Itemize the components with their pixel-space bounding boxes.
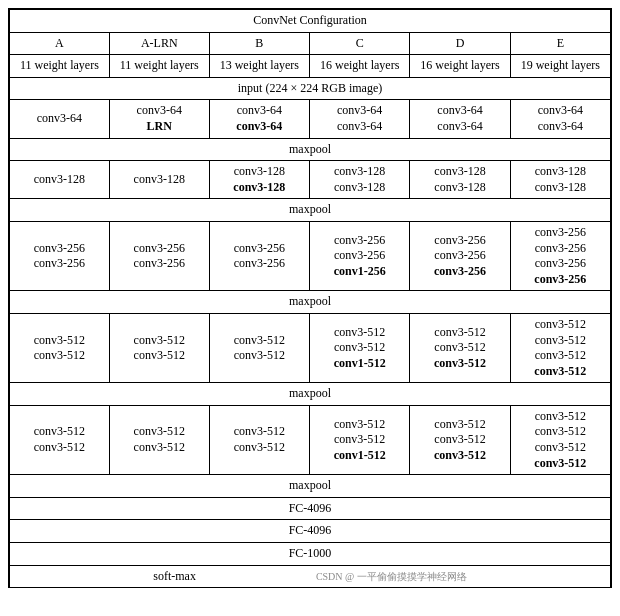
fc1000-row: FC-1000 (10, 543, 611, 566)
cell-E-512b: conv3-512conv3-512conv3-512conv3-512 (510, 405, 610, 474)
cell-A-128: conv3-128 (10, 161, 110, 199)
maxpool-3: maxpool (10, 291, 611, 314)
column-header-row: A A-LRN B C D E (10, 32, 611, 55)
cell-D-256-1: conv3-256conv3-256conv3-256 (410, 221, 510, 290)
col-B: B (209, 32, 309, 55)
weight-A: 11 weight layers (10, 55, 110, 78)
col-D: D (410, 32, 510, 55)
cell-E-256-1: conv3-256conv3-256conv3-256conv3-256 (510, 221, 610, 290)
col-C: C (309, 32, 409, 55)
cell-ALRN-512b: conv3-512conv3-512 (109, 405, 209, 474)
maxpool-row-3: maxpool (10, 291, 611, 314)
conv512a-row1: conv3-512conv3-512 conv3-512conv3-512 co… (10, 313, 611, 382)
cell-C-512a: conv3-512conv3-512conv1-512 (309, 313, 409, 382)
maxpool-row-5: maxpool (10, 475, 611, 498)
cell-D-128: conv3-128conv3-128 (410, 161, 510, 199)
cell-A-512b: conv3-512conv3-512 (10, 405, 110, 474)
cell-E-128: conv3-128conv3-128 (510, 161, 610, 199)
watermark: CSDN @ 一平偷偷摸摸学神经网络 (316, 571, 467, 582)
weight-row: 11 weight layers 11 weight layers 13 wei… (10, 55, 611, 78)
maxpool-row-1: maxpool (10, 138, 611, 161)
conv256-row1: conv3-256conv3-256 conv3-256conv3-256 co… (10, 221, 611, 290)
cell-B-128: conv3-128conv3-128 (209, 161, 309, 199)
cell-A-64-1: conv3-64 (10, 100, 110, 138)
conv512b-row1: conv3-512conv3-512 conv3-512conv3-512 co… (10, 405, 611, 474)
weight-ALRN: 11 weight layers (109, 55, 209, 78)
cell-ALRN-256-1: conv3-256conv3-256 (109, 221, 209, 290)
maxpool-5: maxpool (10, 475, 611, 498)
fc-1000: FC-1000 (10, 543, 611, 566)
cell-D-512b: conv3-512conv3-512conv3-512 (410, 405, 510, 474)
input-row: input (224 × 224 RGB image) (10, 77, 611, 100)
table-title: ConvNet Configuration (10, 10, 611, 33)
cell-ALRN-128: conv3-128 (109, 161, 209, 199)
fc-4096-2: FC-4096 (10, 520, 611, 543)
cell-B-512a: conv3-512conv3-512 (209, 313, 309, 382)
cell-B-512b: conv3-512conv3-512 (209, 405, 309, 474)
cell-A-512a: conv3-512conv3-512 (10, 313, 110, 382)
cell-C-64-1: conv3-64conv3-64 (309, 100, 409, 138)
convnet-config-table: ConvNet Configuration A A-LRN B C D E 11… (8, 8, 612, 588)
maxpool-2: maxpool (10, 199, 611, 222)
softmax: soft-max CSDN @ 一平偷偷摸摸学神经网络 (10, 565, 611, 587)
cell-B-256-1: conv3-256conv3-256 (209, 221, 309, 290)
fc-4096-1: FC-4096 (10, 497, 611, 520)
cell-C-128: conv3-128conv3-128 (309, 161, 409, 199)
input-label: input (224 × 224 RGB image) (10, 77, 611, 100)
fc4096-row-2: FC-4096 (10, 520, 611, 543)
cell-B-64-1: conv3-64conv3-64 (209, 100, 309, 138)
col-E: E (510, 32, 610, 55)
cell-D-64-1: conv3-64conv3-64 (410, 100, 510, 138)
col-ALRN: A-LRN (109, 32, 209, 55)
maxpool-row-4: maxpool (10, 383, 611, 406)
cell-A-256-1: conv3-256conv3-256 (10, 221, 110, 290)
maxpool-4: maxpool (10, 383, 611, 406)
cell-E-512a: conv3-512conv3-512conv3-512conv3-512 (510, 313, 610, 382)
fc4096-row-1: FC-4096 (10, 497, 611, 520)
softmax-label: soft-max (153, 569, 196, 583)
cell-ALRN-64-1: conv3-64LRN (109, 100, 209, 138)
conv64-row1: conv3-64 conv3-64LRN conv3-64conv3-64 co… (10, 100, 611, 138)
softmax-row: soft-max CSDN @ 一平偷偷摸摸学神经网络 (10, 565, 611, 587)
cell-C-512b: conv3-512conv3-512conv1-512 (309, 405, 409, 474)
maxpool-row-2: maxpool (10, 199, 611, 222)
cell-ALRN-512a: conv3-512conv3-512 (109, 313, 209, 382)
col-A: A (10, 32, 110, 55)
weight-C: 16 weight layers (309, 55, 409, 78)
conv128-row1: conv3-128 conv3-128 conv3-128conv3-128 c… (10, 161, 611, 199)
cell-E-64-1: conv3-64conv3-64 (510, 100, 610, 138)
weight-B: 13 weight layers (209, 55, 309, 78)
title-row: ConvNet Configuration (10, 10, 611, 33)
weight-E: 19 weight layers (510, 55, 610, 78)
cell-C-256-1: conv3-256conv3-256conv1-256 (309, 221, 409, 290)
weight-D: 16 weight layers (410, 55, 510, 78)
maxpool-1: maxpool (10, 138, 611, 161)
cell-D-512a: conv3-512conv3-512conv3-512 (410, 313, 510, 382)
